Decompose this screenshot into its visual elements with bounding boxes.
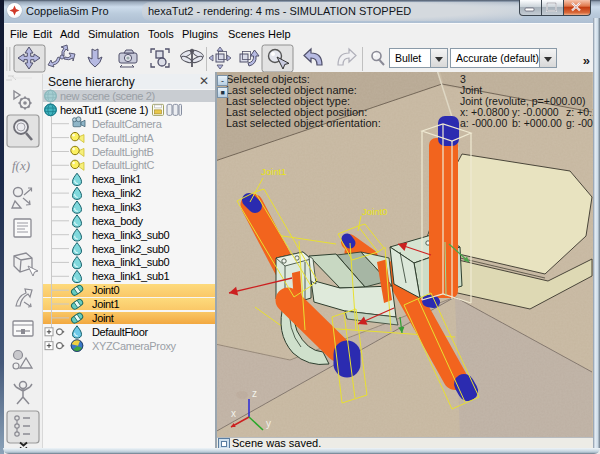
- svg-text:f(x): f(x): [12, 158, 30, 173]
- svg-text:y: y: [266, 418, 271, 429]
- svg-text:x: x: [231, 408, 236, 419]
- svg-text:Joint0: Joint0: [362, 206, 387, 217]
- svg-text:z: z: [252, 388, 257, 399]
- svg-text:Joint1: Joint1: [261, 166, 286, 177]
